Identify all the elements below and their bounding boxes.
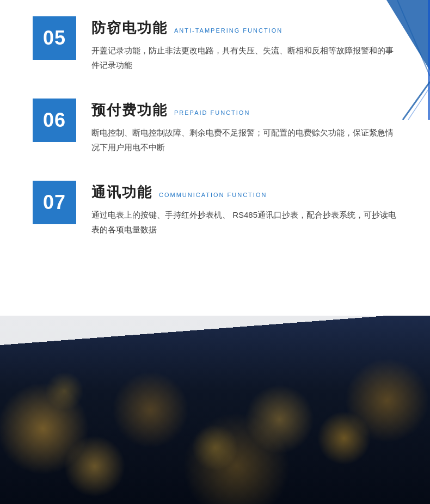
feature-item-06: 06 预付费功能 PREPAID FUNCTION 断电控制、断电控制故障、剩余… — [33, 99, 397, 155]
svg-line-3 — [408, 87, 430, 120]
feature-number-07: 07 — [43, 191, 66, 214]
feature-number-box-07: 07 — [33, 181, 76, 224]
feature-title-zh-06: 预付费功能 — [91, 101, 168, 120]
feature-title-row-06: 预付费功能 PREPAID FUNCTION — [91, 101, 397, 120]
feature-number-06: 06 — [43, 109, 66, 132]
features-container: 05 防窃电功能 ANTI-TAMPERING FUNCTION 开盖记录功能，… — [33, 16, 397, 237]
feature-desc-06: 断电控制、断电控制故障、剩余电费不足报警；可配置的电费赊欠功能，保证紧急情况下用… — [91, 125, 397, 155]
bottom-section — [0, 316, 430, 504]
feature-item-07: 07 通讯功能 COMMUNICATION FUNCTION 通过电表上的按键、… — [33, 181, 397, 237]
feature-desc-05: 开盖记录功能，防止非法更改电路，具有失压、失流、断相和反相等故障报警和的事件记录… — [91, 43, 397, 72]
feature-number-05: 05 — [43, 27, 66, 50]
page-wrapper: 05 防窃电功能 ANTI-TAMPERING FUNCTION 开盖记录功能，… — [0, 0, 430, 504]
feature-title-zh-05: 防窃电功能 — [91, 19, 168, 38]
svg-line-2 — [403, 82, 430, 120]
feature-desc-07: 通过电表上的按键、手持红外抄表机、 RS485通讯口抄表，配合抄表系统，可抄读电… — [91, 207, 397, 237]
feature-content-07: 通讯功能 COMMUNICATION FUNCTION 通过电表上的按键、手持红… — [91, 181, 397, 237]
top-section: 05 防窃电功能 ANTI-TAMPERING FUNCTION 开盖记录功能，… — [0, 0, 430, 316]
feature-title-row-05: 防窃电功能 ANTI-TAMPERING FUNCTION — [91, 19, 397, 38]
feature-content-06: 预付费功能 PREPAID FUNCTION 断电控制、断电控制故障、剩余电费不… — [91, 99, 397, 155]
feature-number-box-06: 06 — [33, 99, 76, 142]
feature-content-05: 防窃电功能 ANTI-TAMPERING FUNCTION 开盖记录功能，防止非… — [91, 16, 397, 72]
feature-title-zh-07: 通讯功能 — [91, 183, 152, 202]
feature-title-row-07: 通讯功能 COMMUNICATION FUNCTION — [91, 183, 397, 202]
feature-title-en-06: PREPAID FUNCTION — [174, 109, 250, 116]
feature-item-05: 05 防窃电功能 ANTI-TAMPERING FUNCTION 开盖记录功能，… — [33, 16, 397, 72]
feature-title-en-07: COMMUNICATION FUNCTION — [159, 192, 267, 198]
feature-title-en-05: ANTI-TAMPERING FUNCTION — [174, 27, 282, 34]
feature-number-box-05: 05 — [33, 16, 76, 60]
diagonal-stripe — [0, 316, 430, 348]
